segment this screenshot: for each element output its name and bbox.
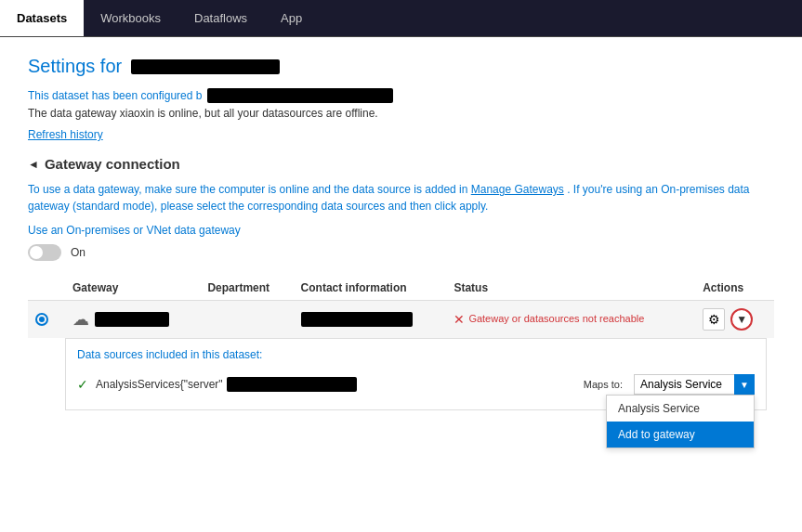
data-source-item: ✓ AnalysisServices{"server" Maps to: Ana…: [77, 369, 755, 400]
cloud-icon: ☁: [72, 309, 89, 330]
col-status: Status: [446, 276, 695, 301]
status-error: ✕ Gateway or datasources not reachable: [454, 313, 688, 327]
actions-container: ⚙ ▼: [703, 308, 767, 331]
maps-to-label: Maps to:: [584, 379, 623, 390]
configured-text: This dataset has been configured b: [28, 89, 202, 102]
dataset-name-redacted: [131, 59, 280, 74]
gateway-cell: ☁: [72, 309, 192, 330]
datasource-name: AnalysisServices{"server": [96, 377, 576, 392]
configured-info: This dataset has been configured b: [28, 88, 774, 103]
radio-inner: [39, 317, 45, 322]
col-department: Department: [200, 276, 293, 301]
toggle-knob: [30, 246, 43, 259]
tab-workbooks-label: Workbooks: [100, 11, 161, 25]
status-cell: ✕ Gateway or datasources not reachable: [446, 301, 695, 339]
gateway-section-header: ◄ Gateway connection: [28, 156, 774, 172]
main-content: Settings for This dataset has been confi…: [0, 37, 802, 532]
on-premises-text: Use an On-premises or VNet data gateway: [28, 224, 241, 237]
col-gateway: Gateway: [65, 276, 200, 301]
tab-datasets[interactable]: Datasets: [0, 0, 84, 36]
maps-to-arrow-btn[interactable]: ▼: [734, 374, 755, 395]
warning-message: The data gateway xiaoxin is online, but …: [28, 107, 378, 120]
dropdown-item-add-gateway[interactable]: Add to gateway: [607, 422, 754, 448]
gateway-name-redacted: [95, 312, 169, 327]
gateway-toggle[interactable]: [28, 244, 61, 261]
data-sources-row: Data sources included in this dataset: ✓…: [28, 338, 774, 418]
tab-app-label: App: [281, 11, 302, 25]
dropdown-item-analysis[interactable]: Analysis Service: [607, 396, 754, 422]
gateway-table: Gateway Department Contact information S…: [28, 276, 774, 418]
toggle-label: On: [71, 246, 85, 259]
manage-gateways-link[interactable]: Manage Gateways: [471, 183, 564, 196]
gateway-info-text: To use a data gateway, make sure the com…: [28, 181, 774, 214]
tab-app[interactable]: App: [264, 0, 319, 36]
section-chevron-icon: ◄: [28, 158, 39, 171]
tab-workbooks[interactable]: Workbooks: [84, 0, 177, 36]
table-row: ☁ ✕ Gateway or datasources not reachable: [28, 301, 774, 339]
tab-bar: Datasets Workbooks Dataflows App: [0, 0, 802, 37]
tab-dataflows[interactable]: Dataflows: [177, 0, 264, 36]
check-icon: ✓: [77, 377, 88, 392]
settings-title: Settings for: [28, 56, 774, 77]
tab-dataflows-label: Dataflows: [194, 11, 247, 25]
error-x-icon: ✕: [454, 312, 465, 327]
tab-datasets-label: Datasets: [17, 11, 67, 25]
refresh-history-link[interactable]: Refresh history: [28, 128, 103, 141]
warning-text: The data gateway xiaoxin is online, but …: [28, 107, 774, 120]
actions-cell: ⚙ ▼: [695, 301, 774, 339]
contact-cell: [294, 301, 447, 339]
gateway-info-part1: To use a data gateway, make sure the com…: [28, 183, 467, 196]
status-text: Gateway or datasources not reachable: [468, 313, 644, 324]
gateway-radio[interactable]: [35, 313, 48, 326]
configured-redacted: [207, 88, 393, 103]
col-contact: Contact information: [294, 276, 447, 301]
data-sources-section: Data sources included in this dataset: ✓…: [65, 338, 767, 410]
actions-dropdown-button[interactable]: ▼: [730, 308, 753, 331]
gear-button[interactable]: ⚙: [703, 308, 725, 331]
data-sources-label: Data sources included in this dataset:: [77, 348, 755, 361]
department-cell: [200, 301, 293, 339]
on-premises-label: Use an On-premises or VNet data gateway: [28, 224, 774, 237]
datasource-server-redacted: [227, 377, 357, 392]
toggle-row: On: [28, 244, 774, 261]
col-actions: Actions: [695, 276, 774, 301]
gateway-section-title: Gateway connection: [45, 156, 180, 172]
maps-to-dropdown: Analysis Service ▼ Analysis Service Add …: [634, 374, 755, 395]
dropdown-menu: Analysis Service Add to gateway: [606, 395, 755, 448]
settings-title-text: Settings for: [28, 56, 122, 77]
contact-redacted: [301, 312, 413, 327]
datasource-name-text: AnalysisServices{"server": [96, 378, 223, 391]
